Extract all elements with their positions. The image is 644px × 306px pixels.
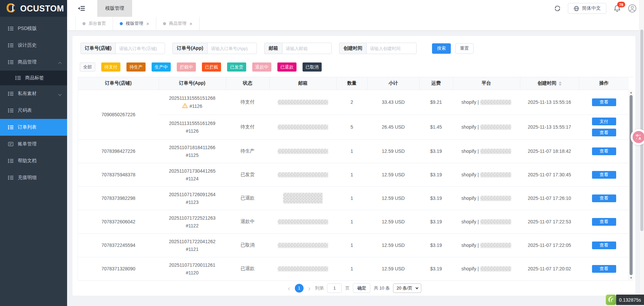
- per-page-value: 20 条/页: [396, 285, 413, 291]
- status-filter-已拦截[interactable]: 已拦截: [202, 62, 221, 72]
- sidebar-item-帮助文档[interactable]: 帮助文档: [0, 152, 67, 169]
- bill-icon: [8, 141, 13, 147]
- order-ref-label: #1125: [186, 152, 199, 158]
- translate-float-button[interactable]: 中 A: [631, 129, 644, 145]
- filter-input-创建时间[interactable]: [366, 43, 417, 54]
- view-button[interactable]: 查看: [592, 147, 616, 155]
- status-filter-已发货[interactable]: 已发货: [227, 62, 246, 72]
- list-icon: [8, 175, 13, 180]
- chevron-down-icon: [59, 91, 61, 96]
- tab-商品管理[interactable]: 商品管理×: [156, 17, 200, 30]
- app-order-number: 202511071730441265: [159, 168, 226, 174]
- orders-table: 订单号(店铺)订单号(App)状态邮箱数量小计运费平台创建时间操作 709085…: [78, 77, 629, 281]
- header-active-page-tab[interactable]: 模版管理: [97, 0, 132, 17]
- platform-label: shopify |: [462, 99, 479, 105]
- cell-status: 已发货: [226, 163, 269, 186]
- platform-label: shopify |: [462, 219, 479, 224]
- avatar-icon[interactable]: [628, 4, 637, 13]
- globe-icon: [574, 6, 579, 11]
- sidebar-item-充值明细[interactable]: 充值明细: [0, 169, 67, 186]
- status-filter-已取消[interactable]: 已取消: [303, 62, 322, 72]
- app-order-number: 202511071720011261: [159, 262, 226, 268]
- trace-flame-icon[interactable]: [606, 295, 616, 305]
- sidebar-item-PSD模版[interactable]: PSD模版: [0, 20, 67, 37]
- language-button[interactable]: 简体中文: [568, 3, 606, 14]
- column-header-创建时间[interactable]: 创建时间: [520, 77, 579, 90]
- tab-label: 商品管理: [169, 20, 186, 27]
- sidebar-item-私有素材[interactable]: 私有素材: [0, 85, 67, 102]
- redacted-email: [278, 149, 328, 154]
- tab-dot-icon: [163, 22, 166, 25]
- sidebar-item-订单列表[interactable]: 订单列表: [0, 119, 67, 136]
- cell-email: [269, 233, 336, 257]
- status-filter-待生产[interactable]: 待生产: [126, 62, 146, 72]
- status-filter-bar: 全部待支付待生产生产中拦截中已拦截已发货退款中已退款已取消: [72, 54, 635, 72]
- filter-input-订单号(App)[interactable]: [207, 43, 257, 54]
- sidebar-item-商品管理[interactable]: 商品管理: [0, 54, 67, 71]
- pay-button[interactable]: 支付: [592, 118, 616, 125]
- tab-close-icon[interactable]: ×: [146, 21, 149, 27]
- sidebar-item-尺码表[interactable]: 尺码表: [0, 102, 67, 119]
- status-filter-生产中[interactable]: 生产中: [152, 62, 171, 72]
- cell-created: 2025-11-13 15:55:16: [520, 90, 579, 115]
- cell-email: [269, 257, 336, 280]
- status-filter-待支付[interactable]: 待支付: [101, 62, 120, 72]
- view-button[interactable]: 查看: [592, 129, 616, 136]
- sidebar-fold-icon[interactable]: [78, 5, 85, 12]
- debug-trace: 0.132875s: [606, 295, 644, 305]
- cell-qty: 5: [336, 115, 367, 139]
- goto-confirm-button[interactable]: 确定: [353, 283, 370, 293]
- cell-actions: 支付查看: [579, 115, 629, 139]
- table-row: 7078375948378202511071730441265#1124已发货1…: [78, 163, 629, 186]
- status-filter-已退款[interactable]: 已退款: [277, 62, 297, 72]
- scroll-up-arrow[interactable]: ▲: [629, 90, 633, 95]
- goto-page-input[interactable]: [327, 283, 342, 293]
- app-order-number: 202511131555151268: [159, 95, 226, 101]
- redacted-email: [278, 172, 328, 177]
- cell-status: 已退款: [226, 186, 269, 210]
- per-page-select[interactable]: 20 条/页: [393, 283, 421, 293]
- cell-shipping: $3.19: [419, 186, 453, 210]
- prev-page-button[interactable]: ‹: [286, 285, 291, 292]
- column-header-label: 操作: [599, 80, 609, 86]
- notifications-button[interactable]: 78: [613, 4, 621, 12]
- filter-input-邮箱[interactable]: [282, 43, 332, 54]
- search-button[interactable]: 搜索: [432, 43, 451, 54]
- view-button[interactable]: 查看: [592, 242, 616, 249]
- table-scrollbar-thumb[interactable]: [630, 95, 633, 275]
- app-order-ref: #1124: [159, 176, 226, 181]
- status-filter-拦截中[interactable]: 拦截中: [177, 62, 196, 72]
- list-icon: [8, 26, 13, 31]
- current-page-button[interactable]: 1: [295, 284, 304, 293]
- cell-created: 2025-11-07 17:22:05: [520, 233, 579, 257]
- sidebar-item-商品标签[interactable]: 商品标签: [0, 71, 67, 85]
- view-button[interactable]: 查看: [592, 265, 616, 273]
- tab-模版管理[interactable]: 模版管理×: [113, 17, 156, 30]
- scroll-down-arrow[interactable]: ▼: [629, 275, 633, 280]
- reset-button[interactable]: 重置: [455, 43, 474, 54]
- status-filter-全部[interactable]: 全部: [80, 62, 95, 72]
- tab-后台首页[interactable]: 后台首页: [75, 17, 113, 30]
- status-filter-退款中[interactable]: 退款中: [252, 62, 271, 72]
- goto-suffix-label: 页: [345, 285, 350, 291]
- platform-label: shopify |: [462, 195, 479, 201]
- tab-close-icon[interactable]: ×: [190, 21, 193, 27]
- view-button[interactable]: 查看: [592, 171, 616, 179]
- sidebar-item-账单管理[interactable]: 账单管理: [0, 136, 67, 152]
- redacted-email: [278, 243, 328, 248]
- table-row: 7090850267226202511131555151268#1126待支付2…: [78, 90, 629, 115]
- list-icon: [8, 59, 13, 65]
- refresh-icon[interactable]: [554, 5, 561, 12]
- view-button[interactable]: 查看: [592, 194, 616, 202]
- filter-input-订单号(店铺)[interactable]: [115, 43, 165, 54]
- cell-shipping: $3.19: [419, 233, 453, 257]
- next-page-button[interactable]: ›: [307, 285, 312, 292]
- cell-created: 2025-11-07 17:26:10: [520, 186, 579, 210]
- view-button[interactable]: 查看: [592, 98, 616, 106]
- sidebar-item-label: 设计历史: [18, 42, 37, 48]
- sidebar-item-设计历史[interactable]: 设计历史: [0, 37, 67, 54]
- tab-dot-icon: [83, 22, 86, 25]
- view-button[interactable]: 查看: [592, 218, 616, 226]
- table-scrollbar: ▲ ▼: [629, 90, 633, 280]
- app-order-ref: #1126: [159, 128, 226, 134]
